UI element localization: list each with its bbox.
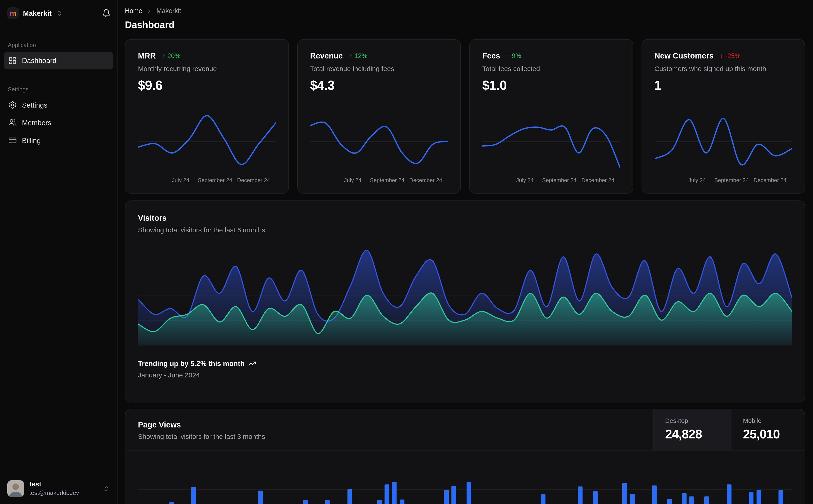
tab-mobile[interactable]: Mobile 25,010	[731, 409, 805, 450]
mrr-sparkline-chart[interactable]	[138, 110, 276, 173]
bar	[377, 500, 382, 504]
x-tick: September 24	[370, 177, 405, 183]
bar	[541, 494, 545, 504]
stat-subtitle: Total revenue including fees	[310, 65, 448, 72]
visitors-title: Visitors	[138, 213, 792, 222]
bar	[689, 496, 694, 504]
user-info: test test@makerkit.dev	[29, 480, 79, 497]
arrow-up-icon: ↑	[506, 52, 509, 59]
credit-card-icon	[8, 136, 17, 145]
bar	[652, 485, 657, 504]
page-views-bar-chart[interactable]	[138, 451, 792, 504]
bar	[303, 500, 308, 504]
trend-badge-down: ↓-25%	[720, 52, 741, 59]
bar	[749, 492, 754, 504]
sidebar-item-billing[interactable]: Billing	[4, 132, 113, 149]
trend-badge-up: ↑12%	[349, 52, 368, 59]
bar	[756, 490, 761, 504]
bar	[682, 493, 687, 504]
bar	[385, 484, 389, 504]
page-views-card: Page Views Showing total visitors for th…	[125, 409, 805, 504]
user-email: test@makerkit.dev	[29, 489, 79, 497]
breadcrumb-home-link[interactable]: Home	[125, 7, 142, 15]
x-tick: July 24	[344, 177, 362, 183]
sparkline-x-axis: July 24 September 24 December 24	[138, 177, 276, 185]
sidebar-item-label: Settings	[22, 101, 47, 109]
visitors-trend-text: Trending up by 5.2% this month	[138, 360, 245, 367]
stat-card-mrr: MRR ↑20% Monthly recurring revenue $9.6 …	[125, 39, 289, 194]
sidebar-item-label: Members	[22, 119, 51, 127]
page-views-title: Page Views	[138, 420, 641, 429]
tab-label: Mobile	[743, 417, 805, 424]
page-views-header: Page Views Showing total visitors for th…	[125, 409, 805, 451]
user-menu[interactable]: test test@makerkit.dev	[0, 474, 117, 504]
chevrons-up-down-icon	[103, 485, 110, 492]
layout-dashboard-icon	[8, 56, 17, 65]
fees-sparkline-chart[interactable]	[482, 110, 620, 173]
bar	[667, 499, 672, 504]
sidebar: m Makerkit Application Dashboard Setting…	[0, 0, 117, 504]
visitors-date-range: January - June 2024	[138, 371, 792, 379]
user-name: test	[29, 480, 79, 489]
workspace-name: Makerkit	[23, 9, 52, 17]
visitors-subtitle: Showing total visitors for the last 6 mo…	[138, 226, 792, 234]
sidebar-item-dashboard[interactable]: Dashboard	[4, 52, 113, 69]
stat-title: MRR	[138, 51, 156, 60]
nav-section-application: Application	[4, 37, 113, 52]
sidebar-item-label: Billing	[22, 136, 41, 144]
x-tick: July 24	[688, 177, 706, 183]
bar	[578, 486, 583, 504]
bar	[727, 484, 731, 504]
x-tick: July 24	[516, 177, 533, 183]
stat-card-revenue: Revenue ↑12% Total revenue including fee…	[297, 39, 461, 194]
bar	[347, 489, 352, 504]
bar	[451, 486, 456, 504]
x-tick: September 24	[542, 177, 577, 183]
x-tick: December 24	[237, 177, 270, 183]
stat-value: $4.3	[310, 78, 448, 93]
tab-value: 24,828	[665, 427, 731, 442]
bar	[325, 500, 330, 504]
bar	[169, 502, 174, 504]
sidebar-item-members[interactable]: Members	[4, 114, 113, 132]
sidebar-nav: Application Dashboard Settings Settings …	[0, 24, 117, 149]
tab-desktop[interactable]: Desktop 24,828	[653, 409, 731, 450]
bar	[623, 483, 627, 504]
workspace-selector[interactable]: m Makerkit	[0, 0, 117, 24]
main-content: Home Makerkit Dashboard MRR ↑20% Monthly…	[117, 0, 813, 504]
stat-value: $9.6	[138, 78, 276, 93]
bar	[466, 482, 471, 504]
bar	[779, 490, 784, 504]
bar	[191, 487, 196, 504]
sparkline-x-axis: July 24 September 24 December 24	[482, 177, 620, 185]
stat-subtitle: Monthly recurring revenue	[138, 65, 276, 72]
sparkline-x-axis: July 24 September 24 December 24	[310, 177, 448, 185]
visitors-footer: Trending up by 5.2% this month January -…	[138, 360, 792, 379]
nav-section-settings: Settings	[4, 82, 113, 96]
sidebar-item-label: Dashboard	[22, 57, 56, 64]
trending-up-icon	[248, 360, 256, 367]
stat-subtitle: Total fees collected	[482, 65, 620, 72]
x-tick: September 24	[198, 177, 232, 183]
visitors-area-chart[interactable]	[138, 245, 792, 346]
tab-value: 25,010	[743, 427, 805, 442]
chevrons-up-down-icon	[56, 10, 63, 16]
customers-sparkline-chart[interactable]	[655, 110, 792, 173]
arrow-down-icon: ↓	[720, 52, 723, 59]
breadcrumb: Home Makerkit	[125, 7, 805, 15]
page-title: Dashboard	[125, 19, 805, 31]
trend-badge-up: ↑20%	[162, 52, 181, 59]
tab-label: Desktop	[665, 417, 731, 424]
stat-title: Fees	[482, 51, 500, 60]
revenue-sparkline-chart[interactable]	[310, 110, 448, 173]
users-icon	[8, 119, 17, 127]
stat-value: $1.0	[482, 78, 620, 93]
bar	[704, 496, 709, 504]
sidebar-item-settings[interactable]: Settings	[4, 96, 113, 114]
bell-icon[interactable]	[102, 9, 111, 18]
bar	[392, 482, 397, 504]
bar	[630, 494, 635, 504]
arrow-up-icon: ↑	[349, 52, 352, 59]
sparkline-x-axis: July 24 September 24 December 24	[655, 177, 792, 185]
stat-value: 1	[655, 78, 792, 93]
